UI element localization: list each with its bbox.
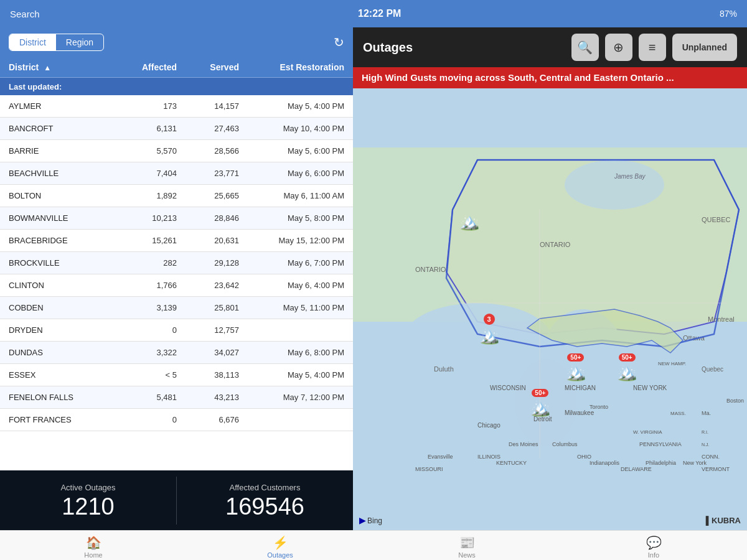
nav-news[interactable]: 📰 News — [374, 533, 560, 561]
table-row[interactable]: BEACHVILLE 7,404 23,771 May 6, 6:00 PM — [0, 162, 353, 185]
cell-est: May 6, 7:00 PM — [239, 258, 344, 268]
svg-text:KENTUCKY: KENTUCKY — [496, 460, 527, 466]
bing-logo: ▶ Bing — [359, 516, 382, 525]
table-row[interactable]: ESSEX < 5 38,113 May 5, 4:00 PM — [0, 364, 353, 386]
svg-point-8 — [565, 160, 664, 210]
map-svg: ONTARIO ONTARIO James Bay QUEBEC Duluth … — [353, 88, 747, 530]
table-row[interactable]: COBDEN 3,139 25,801 May 5, 11:00 PM — [0, 297, 353, 319]
svg-text:VERMONT: VERMONT — [702, 466, 730, 472]
cell-affected: 15,261 — [108, 236, 177, 245]
cell-affected: 3,139 — [108, 303, 177, 312]
location-button[interactable]: ⊕ — [605, 34, 632, 61]
table-row[interactable]: DRYDEN 0 12,757 — [0, 319, 353, 342]
cell-affected: 5,481 — [108, 393, 177, 402]
table-row[interactable]: FORT FRANCES 0 6,676 — [0, 409, 353, 431]
cell-est: May 5, 8:00 PM — [239, 213, 344, 223]
svg-text:Boston: Boston — [726, 398, 744, 404]
svg-text:Quebec: Quebec — [702, 366, 723, 373]
bottom-nav: 🏠 Home ⚡ Outages 📰 News 💬 Info — [0, 530, 747, 560]
news-icon: 📰 — [459, 535, 475, 550]
tab-district[interactable]: District — [9, 34, 56, 50]
main-layout: District Region ↻ District ▲ Affected Se… — [0, 27, 747, 530]
map-marker-1[interactable]: 🏔️ — [459, 212, 479, 231]
svg-text:Des Moines: Des Moines — [509, 441, 538, 447]
cell-served: 28,846 — [177, 213, 239, 223]
svg-text:NEW YORK: NEW YORK — [633, 385, 667, 391]
map-marker-5[interactable]: 50+ 🏔️ — [530, 389, 550, 418]
last-updated-row: Last updated: — [0, 78, 353, 95]
cell-district: COBDEN — [9, 303, 108, 312]
col-header-district: District ▲ — [9, 62, 108, 72]
cell-district: ESSEX — [9, 370, 108, 380]
nav-info[interactable]: 💬 Info — [560, 533, 747, 561]
cell-served: 25,801 — [177, 303, 239, 312]
cell-affected: 3,322 — [108, 348, 177, 357]
cell-est: May 5, 11:00 PM — [239, 303, 344, 312]
table-row[interactable]: BOWMANVILLE 10,213 28,846 May 5, 8:00 PM — [0, 207, 353, 230]
status-left: Search — [10, 9, 40, 19]
cell-served: 27,463 — [177, 124, 239, 133]
cell-district: CLINTON — [9, 281, 108, 290]
nav-outages[interactable]: ⚡ Outages — [187, 533, 374, 561]
cell-district: BEACHVILLE — [9, 169, 108, 178]
cell-district: DUNDAS — [9, 348, 108, 357]
svg-text:New York: New York — [683, 460, 707, 466]
cell-served: 28,566 — [177, 146, 239, 156]
cell-served: 38,113 — [177, 370, 239, 380]
tab-group[interactable]: District Region — [9, 34, 104, 51]
svg-text:Columbus: Columbus — [552, 441, 578, 447]
table-row[interactable]: BARRIE 5,570 28,566 May 5, 6:00 PM — [0, 140, 353, 162]
map-marker-4[interactable]: 50+ 🏔️ — [617, 353, 637, 382]
table-row[interactable]: BANCROFT 6,131 27,463 May 10, 4:00 PM — [0, 118, 353, 140]
table-row[interactable]: DUNDAS 3,322 34,027 May 6, 8:00 PM — [0, 342, 353, 364]
cell-affected: < 5 — [108, 370, 177, 380]
cell-served: 6,676 — [177, 415, 239, 424]
cell-est: May 6, 8:00 PM — [239, 348, 344, 357]
nav-home[interactable]: 🏠 Home — [0, 533, 187, 561]
unplanned-button[interactable]: Unplanned — [672, 34, 737, 61]
svg-text:OHIO: OHIO — [577, 454, 591, 460]
tab-region[interactable]: Region — [56, 34, 103, 50]
info-icon: 💬 — [646, 535, 662, 550]
svg-point-6 — [614, 396, 714, 434]
right-header: Outages 🔍 ⊕ ≡ Unplanned — [353, 27, 747, 67]
outages-title: Outages — [363, 40, 413, 55]
cell-est: May 7, 12:00 PM — [239, 393, 344, 402]
cell-district: BRACEBRIDGE — [9, 236, 108, 245]
svg-text:Montreal: Montreal — [708, 315, 735, 323]
map-area[interactable]: ONTARIO ONTARIO James Bay QUEBEC Duluth … — [353, 88, 747, 530]
col-header-affected: Affected — [108, 62, 177, 72]
cell-est: May 15, 12:00 PM — [239, 236, 344, 245]
cell-served: 34,027 — [177, 348, 239, 357]
svg-text:Toronto: Toronto — [590, 404, 608, 410]
table-row[interactable]: CLINTON 1,766 23,642 May 6, 4:00 PM — [0, 274, 353, 297]
svg-text:Duluth: Duluth — [434, 365, 454, 373]
active-outages-box: Active Outages 1210 — [0, 477, 177, 525]
nav-info-label: Info — [648, 551, 659, 559]
active-outages-label: Active Outages — [60, 483, 115, 492]
refresh-button[interactable]: ↻ — [334, 35, 344, 50]
table-row[interactable]: AYLMER 173 14,157 May 5, 4:00 PM — [0, 95, 353, 118]
svg-text:W. VIRGINIA: W. VIRGINIA — [633, 429, 662, 435]
home-icon: 🏠 — [86, 535, 101, 550]
bing-text: Bing — [367, 516, 382, 525]
map-marker-3[interactable]: 50+ 🏔️ — [566, 353, 586, 382]
map-marker-2[interactable]: 3 🏔️ — [479, 314, 499, 345]
list-button[interactable]: ≡ — [639, 34, 666, 61]
svg-text:Evansville: Evansville — [428, 454, 453, 460]
cell-affected: 1,892 — [108, 191, 177, 200]
nav-outages-label: Outages — [267, 551, 293, 559]
map-tools: 🔍 ⊕ ≡ Unplanned — [571, 34, 737, 61]
svg-text:Philadelphia: Philadelphia — [646, 460, 676, 466]
search-map-button[interactable]: 🔍 — [571, 34, 599, 61]
table-body[interactable]: AYLMER 173 14,157 May 5, 4:00 PM BANCROF… — [0, 95, 353, 470]
table-row[interactable]: BOLTON 1,892 25,665 May 6, 11:00 AM — [0, 185, 353, 207]
table-row[interactable]: FENELON FALLS 5,481 43,213 May 7, 12:00 … — [0, 386, 353, 409]
outages-icon: ⚡ — [273, 535, 288, 550]
svg-text:MISSOURI: MISSOURI — [415, 466, 443, 472]
table-row[interactable]: BROCKVILLE 282 29,128 May 6, 7:00 PM — [0, 252, 353, 274]
table-row[interactable]: BRACEBRIDGE 15,261 20,631 May 15, 12:00 … — [0, 230, 353, 252]
nav-home-label: Home — [84, 551, 102, 559]
svg-text:NEW HAMP.: NEW HAMP. — [658, 361, 686, 366]
svg-text:MASS.: MASS. — [670, 411, 686, 416]
